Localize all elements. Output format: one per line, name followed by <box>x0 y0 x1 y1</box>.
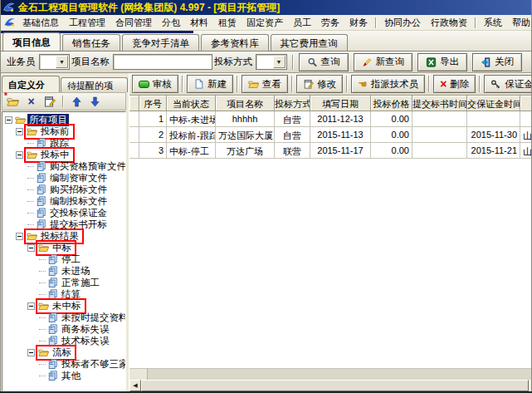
collapse-icon[interactable] <box>16 233 23 240</box>
col-bid-submit-time[interactable]: 提交标书时间 <box>412 96 467 111</box>
new-folder-button[interactable]: * <box>6 95 20 109</box>
menu-labor[interactable]: 劳务 <box>316 15 344 31</box>
tree-connector <box>39 282 46 283</box>
tree-node-lost-bid[interactable]: 未中标 <box>2 300 125 312</box>
menu-help[interactable]: 帮助 <box>507 15 532 31</box>
tree-connector <box>27 189 34 190</box>
tree-node-prepare-bid-docs[interactable]: 编制投标文件 <box>2 195 125 207</box>
pages-icon <box>36 173 46 183</box>
scrollbar-thumb[interactable] <box>141 380 529 391</box>
tree-node-fewer-than-three-bidders[interactable]: 投标者不够三家 <box>2 358 125 370</box>
move-down-button[interactable] <box>88 95 102 109</box>
menu-fixed-assets[interactable]: 固定资产 <box>242 15 288 31</box>
view-button[interactable]: 查看 <box>242 75 288 93</box>
tab-reminder-projects[interactable]: 待提醒的项目 <box>61 77 128 92</box>
menu-contract-mgmt[interactable]: 合同管理 <box>110 15 157 31</box>
tree-node-pay-bid-deposit[interactable]: 交投标保证金 <box>2 207 125 219</box>
tab-reference-library[interactable]: 参考资料库 <box>201 34 269 51</box>
folder-icon <box>27 126 37 136</box>
menu-collab-office[interactable]: 协同办公 <box>379 15 426 31</box>
col-bid-price[interactable]: 投标价格 <box>371 96 412 111</box>
open-folder-icon <box>248 79 259 89</box>
menu-bar: 基础信息 工程管理 合同管理 分包 材料 租赁 固定资产 员工 劳务 财务 协同… <box>0 15 532 31</box>
approve-button[interactable]: 审核 <box>132 75 178 93</box>
tab-project-info[interactable]: 项目信息 <box>2 32 61 51</box>
pointing-hand-icon: ☚ <box>358 79 368 90</box>
table-row[interactable]: 3 中标-停工 万达广场 联营 2015-11-17 0.00 2015-11-… <box>129 143 532 159</box>
menu-project-mgmt[interactable]: 工程管理 <box>64 15 110 31</box>
project-name-input[interactable] <box>113 54 212 70</box>
menu-system[interactable]: 系统 <box>479 15 507 31</box>
tree-node-buy-prequal-docs[interactable]: 购买资格预审文件 <box>2 160 125 172</box>
bid-method-select[interactable]: ▼ <box>256 54 287 70</box>
search-button[interactable]: 查询 <box>299 53 349 71</box>
tree-node-bidding[interactable]: 投标中 <box>2 149 125 160</box>
tree-node-other[interactable]: 其他 <box>2 370 125 381</box>
tree-node-prepare-prequal-docs[interactable]: 编制资审文件 <box>2 172 125 184</box>
menu-subcontract[interactable]: 分包 <box>157 15 185 31</box>
menu-basic-info[interactable]: 基础信息 <box>17 15 64 31</box>
tree-node-failed-tender[interactable]: 流标 <box>2 346 125 358</box>
collapse-icon[interactable] <box>27 302 35 310</box>
delete-button[interactable]: × 删除 <box>433 75 476 93</box>
new-search-button[interactable]: 新查询 <box>354 53 413 71</box>
tab-sales-tasks[interactable]: 销售任务 <box>62 34 120 51</box>
tree-node-late-submission[interactable]: 未按时提交资料 <box>2 312 125 323</box>
x-delete-icon: × <box>27 96 34 107</box>
horizontal-scrollbar[interactable]: ◀ <box>129 380 532 391</box>
col-current-status[interactable]: 当前状态 <box>167 96 216 111</box>
tab-other-fees-query[interactable]: 其它费用查询 <box>271 34 348 51</box>
col-deposit-time[interactable]: 交保证金时间 <box>467 96 520 111</box>
tree-toolbar: * × <box>2 92 126 111</box>
menu-employee[interactable]: 员工 <box>288 15 316 31</box>
tree-connector <box>27 201 34 202</box>
tree-node-not-entered-site[interactable]: 未进场 <box>2 265 125 277</box>
table-row[interactable]: 2 投标前-跟踪 万达国际大厦 自营 2015-11-13 0.00 2015-… <box>129 127 532 143</box>
assign-technician-button[interactable]: ☚ 指派技术员 <box>351 75 425 93</box>
main-area: 审核 新建 查看 修改 ☚ 指派技术员 × 删除 保证金 <box>129 73 532 391</box>
move-up-button[interactable] <box>70 95 84 109</box>
menu-finance[interactable]: 财务 <box>344 15 373 31</box>
tree-connector <box>39 271 46 272</box>
delete-category-button[interactable]: × <box>24 95 38 109</box>
collapse-icon[interactable] <box>27 349 35 356</box>
col-bid-method[interactable]: 投标方式 <box>275 96 310 111</box>
deposit-button[interactable]: 保证金 <box>484 75 532 93</box>
new-button[interactable]: 新建 <box>187 75 233 93</box>
scroll-left-arrow[interactable]: ◀ <box>129 380 141 391</box>
pages-icon <box>36 208 46 218</box>
collapse-icon[interactable] <box>27 244 35 252</box>
search-icon <box>307 57 318 67</box>
row-indicator <box>129 111 139 127</box>
export-button[interactable]: 导出 <box>417 53 467 71</box>
salesman-select[interactable]: ▼ <box>39 54 71 70</box>
tree-node-pre-bid[interactable]: 投标前 <box>2 125 125 137</box>
menu-admin-supplies[interactable]: 行政物资 <box>426 15 472 31</box>
modify-button[interactable]: 修改 <box>296 75 343 93</box>
tree-node-won-bid[interactable]: 中标 <box>2 242 125 253</box>
tree-node-normal-construction[interactable]: 正常施工 <box>2 277 125 288</box>
tree-node-commercial-bid-error[interactable]: 商务标失误 <box>2 323 125 335</box>
chevron-down-icon[interactable]: ▼ <box>273 56 286 68</box>
tab-custom-category[interactable]: 自定义分类 <box>2 76 60 92</box>
tree-node-work-stopped[interactable]: 停工 <box>2 253 125 265</box>
edit-category-button[interactable] <box>42 95 56 109</box>
chevron-down-icon[interactable]: ▼ <box>56 56 68 68</box>
tree-connector <box>39 376 46 376</box>
tab-competitor-list[interactable]: 竞争对手清单 <box>122 34 199 51</box>
collapse-icon[interactable] <box>16 151 23 159</box>
folder-icon <box>38 243 49 253</box>
col-project-name[interactable]: 项目名称 <box>216 96 275 111</box>
close-button[interactable]: 关闭 <box>472 53 522 71</box>
col-fill-date[interactable]: 填写日期 <box>310 96 371 111</box>
tree-node-buy-bid-docs[interactable]: 购买招标文件 <box>2 184 125 195</box>
menu-lease[interactable]: 租赁 <box>213 15 242 31</box>
collapse-icon[interactable] <box>16 128 23 135</box>
collapse-icon[interactable] <box>5 116 12 124</box>
col-seq[interactable]: 序号 <box>139 96 167 111</box>
menu-material[interactable]: 材料 <box>185 15 213 31</box>
tree-connector <box>39 317 46 318</box>
table-row[interactable]: 1 中标-未进场 hhhhh 自营 2011-12-13 0.00 <box>129 111 532 127</box>
grid-header-row: 序号 当前状态 项目名称 投标方式 填写日期 投标价格 提交标书时间 交保证金时… <box>129 96 532 111</box>
category-tree: 所有项目 投标前 跟踪 投标中 购买资格预审文件 <box>2 111 126 391</box>
